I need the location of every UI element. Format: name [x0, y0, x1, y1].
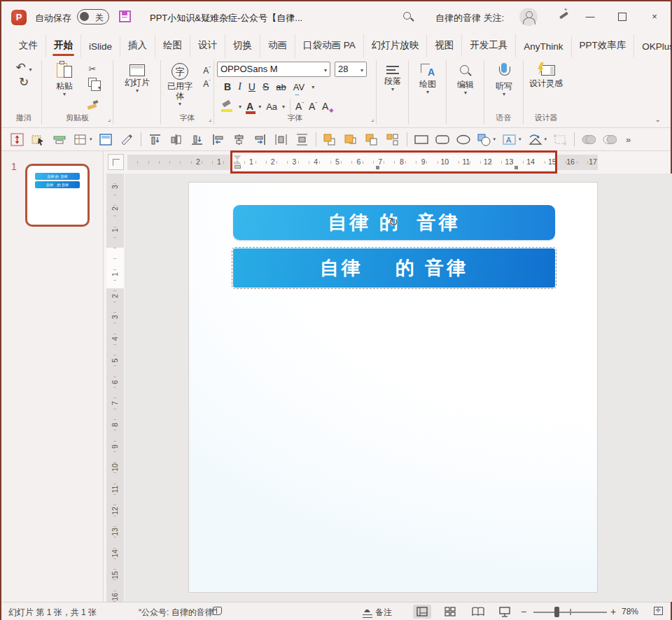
- slide-sorter-view-button[interactable]: [441, 605, 459, 619]
- tab-stop-marker[interactable]: [514, 166, 518, 169]
- grow-font-button[interactable]: Aˆ: [203, 63, 211, 76]
- tab-home[interactable]: 开始: [46, 34, 81, 57]
- minimize-button[interactable]: —: [581, 8, 599, 25]
- change-shape-icon[interactable]: [528, 132, 542, 147]
- slide-canvas[interactable]: 自律 的 音律 ↻ 自律 的 音律: [188, 182, 598, 593]
- tab-okplus[interactable]: OKPlus 8.5: [634, 36, 672, 57]
- redo-icon[interactable]: ↻: [6, 76, 42, 89]
- tab-design[interactable]: 设计: [190, 34, 225, 57]
- close-button[interactable]: ×: [645, 8, 664, 25]
- zoom-slider-thumb[interactable]: [554, 607, 559, 617]
- align-bottom-icon[interactable]: [190, 132, 204, 147]
- align-left-icon[interactable]: [211, 132, 225, 147]
- clear-formatting-button[interactable]: A: [322, 101, 328, 112]
- font-color-button[interactable]: A: [246, 101, 253, 112]
- rounded-rectangle-shape-icon[interactable]: [435, 132, 449, 147]
- indent-marker[interactable]: [234, 155, 241, 169]
- title-banner-shape-2-selected[interactable]: 自律 的 音律: [233, 248, 555, 288]
- powerpoint-app-icon[interactable]: P: [11, 10, 27, 25]
- merge-shapes-union-icon[interactable]: [581, 132, 596, 147]
- tab-stop-marker[interactable]: [376, 166, 379, 169]
- shapes-gallery-icon[interactable]: [477, 132, 491, 147]
- slideshow-view-button[interactable]: [496, 605, 514, 619]
- change-case-button[interactable]: Aa: [266, 101, 277, 112]
- bold-button[interactable]: B: [224, 81, 231, 92]
- align-middle-icon[interactable]: [169, 132, 183, 147]
- search-icon[interactable]: [403, 12, 411, 20]
- ruler-origin-icon[interactable]: [108, 154, 124, 170]
- zoom-out-button[interactable]: −: [521, 606, 526, 617]
- paragraph-button[interactable]: 段落 ▾: [377, 62, 409, 92]
- highlight-color-icon[interactable]: [221, 101, 234, 112]
- bring-forward-icon[interactable]: [323, 132, 337, 147]
- merge-shapes-intersect-icon[interactable]: [602, 132, 617, 147]
- shrink-font-button[interactable]: Aˇ: [203, 76, 211, 90]
- avatar[interactable]: [519, 8, 538, 26]
- character-spacing-button[interactable]: AV: [293, 82, 304, 92]
- editing-button[interactable]: 编辑 ▾: [447, 62, 484, 96]
- tab-file[interactable]: 文件: [11, 34, 46, 57]
- send-backward-icon[interactable]: [365, 132, 379, 147]
- tab-pocket-animation[interactable]: 口袋动画 PA: [295, 34, 364, 57]
- layout-icon[interactable]: [99, 132, 113, 147]
- distribute-horizontal-icon[interactable]: [274, 132, 288, 147]
- rectangle-shape-icon[interactable]: [414, 132, 428, 147]
- table-box-icon[interactable]: [73, 132, 88, 147]
- collapse-ribbon-icon[interactable]: ⌄: [655, 115, 661, 123]
- distribute-vertical-icon[interactable]: [295, 132, 309, 147]
- font-size-combobox[interactable]: 28▾: [335, 62, 367, 77]
- toolbar-overflow-icon[interactable]: »: [626, 134, 631, 145]
- account-name[interactable]: 自律的音律 关注:: [435, 12, 504, 24]
- font-name-combobox[interactable]: OPPOSans M▾: [217, 62, 330, 77]
- tab-anythink[interactable]: AnyThink: [516, 36, 571, 57]
- text-box-icon[interactable]: A: [502, 132, 517, 147]
- document-title[interactable]: PPT小知识&疑难杂症-公众号【自律...: [150, 12, 302, 24]
- reading-view-button[interactable]: [469, 605, 487, 619]
- distribute-icon[interactable]: [52, 132, 66, 147]
- format-painter-icon[interactable]: [87, 101, 98, 111]
- normal-view-button[interactable]: [413, 605, 431, 619]
- save-icon[interactable]: [119, 10, 131, 22]
- title-dropdown-icon[interactable]: ▾: [290, 13, 293, 20]
- align-center-icon[interactable]: [232, 132, 246, 147]
- zoom-percentage[interactable]: 78%: [622, 607, 638, 617]
- cut-icon[interactable]: ✂: [85, 63, 99, 76]
- clipboard-dialog-launcher[interactable]: ⌟: [108, 115, 111, 122]
- bring-to-front-icon[interactable]: [344, 132, 358, 147]
- dictate-button[interactable]: 听写 ▾: [484, 62, 524, 97]
- style-brush-icon[interactable]: [120, 132, 134, 147]
- autosave-toggle[interactable]: 关: [77, 9, 109, 24]
- tab-islide[interactable]: iSlide: [81, 36, 120, 57]
- italic-button[interactable]: I: [238, 81, 241, 92]
- font-dialog-launcher[interactable]: ⌟: [371, 115, 374, 122]
- tab-ppt-library[interactable]: PPT效率库: [572, 34, 635, 57]
- tab-view[interactable]: 视图: [427, 34, 462, 57]
- strikethrough-button[interactable]: ab: [276, 82, 286, 92]
- increase-font-button[interactable]: Aˆ: [295, 101, 304, 112]
- maximize-button[interactable]: [613, 8, 631, 25]
- editor-canvas[interactable]: 自律 的 音律 ↻ 自律 的 音律: [125, 174, 672, 602]
- spacing-dropdown-icon[interactable]: ▾: [312, 84, 314, 90]
- tab-slideshow[interactable]: 幻灯片放映: [364, 34, 428, 57]
- send-to-back-icon[interactable]: [386, 132, 400, 147]
- object-height-icon[interactable]: [10, 132, 24, 147]
- copy-button[interactable]: ▾: [85, 78, 99, 101]
- tab-draw[interactable]: 绘图: [155, 34, 190, 57]
- drawing-button[interactable]: 绘图 ▾: [409, 62, 447, 95]
- zoom-in-button[interactable]: +: [610, 606, 616, 617]
- used-font-dialog-launcher[interactable]: ⌟: [209, 115, 211, 122]
- rotate-handle-icon[interactable]: ↻: [386, 215, 401, 230]
- underline-button[interactable]: U: [248, 81, 255, 92]
- select-object-icon[interactable]: [31, 132, 46, 147]
- notes-button[interactable]: 备注: [375, 607, 392, 619]
- tab-transitions[interactable]: 切换: [225, 34, 260, 57]
- design-ideas-button[interactable]: 设计灵感: [524, 62, 568, 88]
- tab-insert[interactable]: 插入: [120, 34, 155, 57]
- tab-developer[interactable]: 开发工具: [462, 34, 516, 57]
- ellipse-shape-icon[interactable]: [456, 132, 470, 147]
- new-slide-button[interactable]: 幻灯片 ▾: [113, 62, 161, 94]
- decrease-font-button[interactable]: Aˇ: [309, 101, 317, 112]
- fit-to-window-icon[interactable]: [654, 607, 663, 615]
- undo-icon[interactable]: ↶ ▾: [6, 62, 42, 76]
- paste-button[interactable]: 粘贴 ▾: [49, 62, 80, 97]
